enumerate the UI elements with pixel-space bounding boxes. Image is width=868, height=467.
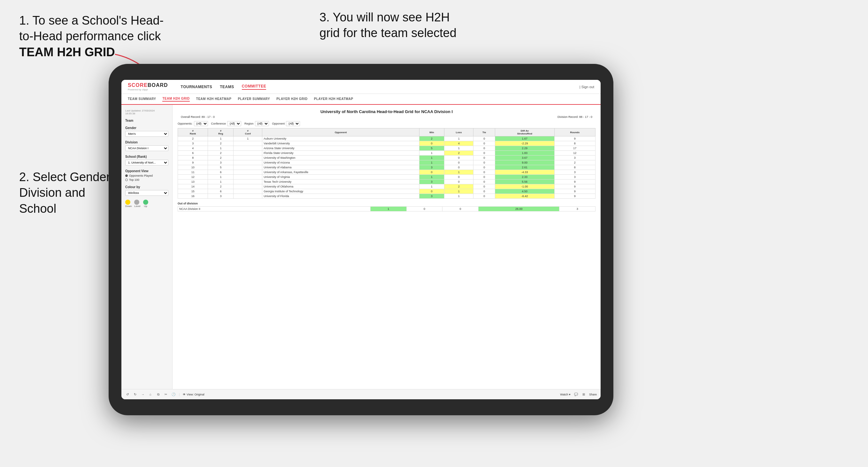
sidebar-team: Team xyxy=(125,119,168,122)
cell-tie: 0 xyxy=(473,141,495,146)
cell-tie: 0 xyxy=(473,175,495,180)
sub-nav-team-h2h-heatmap[interactable]: TEAM H2H HEATMAP xyxy=(196,97,231,101)
cell-diff: 9.00 xyxy=(495,160,554,165)
view-original-btn[interactable]: 👁 View: Original xyxy=(183,393,204,396)
cell-rank: 11 xyxy=(178,170,208,175)
cell-rank: 14 xyxy=(178,184,208,189)
school-select[interactable]: 1. University of Nort... xyxy=(125,160,168,165)
tablet-frame: SCOREBOARD Powered by clippi TOURNAMENTS… xyxy=(108,64,613,415)
out-division-win: 1 xyxy=(371,207,407,212)
sub-nav-player-summary[interactable]: PLAYER SUMMARY xyxy=(238,97,270,101)
radio-top-100[interactable]: Top 100 xyxy=(125,178,168,181)
col-diff: Diff AvStrokes/Rnd xyxy=(495,128,554,136)
filter-conference: Conference (All) xyxy=(211,121,242,126)
cell-loss: 0 xyxy=(444,165,473,170)
filter-conference-select[interactable]: (All) xyxy=(227,121,241,126)
sub-nav-player-h2h-grid[interactable]: PLAYER H2H GRID xyxy=(276,97,308,101)
bottom-bar: ↺ ↻ → ⌂ ⧉ ✂ 🕐 | 👁 View: Original Watch ▾… xyxy=(121,389,600,399)
sub-nav-team-summary[interactable]: TEAM SUMMARY xyxy=(128,97,156,101)
cell-loss: 1 xyxy=(444,170,473,175)
cell-diff: 2.29 xyxy=(495,146,554,151)
redo-icon[interactable]: ↻ xyxy=(133,392,137,397)
last-updated: Last Updated: 27/03/2024 16:55:38 xyxy=(125,109,168,115)
crop-icon[interactable]: ✂ xyxy=(163,392,168,397)
table-row: 16 3 University of Florida 3 1 0 -6.42 9 xyxy=(178,194,595,199)
filter-opponents-select[interactable]: (All) xyxy=(194,121,208,126)
cell-diff: 1.67 xyxy=(495,136,554,141)
cell-diff: -6.42 xyxy=(495,194,554,199)
cell-reg: 2 xyxy=(208,151,234,156)
cell-rounds: 9 xyxy=(554,180,595,184)
clock-icon[interactable]: 🕐 xyxy=(171,392,176,397)
colour-select[interactable]: Win/loss xyxy=(125,190,168,196)
cell-diff: 2.33 xyxy=(495,175,554,180)
copy-icon[interactable]: ⧉ xyxy=(156,392,160,397)
main-content: Last Updated: 27/03/2024 16:55:38 Team G… xyxy=(121,105,600,389)
grid-icon[interactable]: ⊞ xyxy=(582,392,586,397)
comment-icon[interactable]: 💬 xyxy=(574,392,578,397)
cell-reg: 1 xyxy=(208,146,234,151)
cell-loss: 2 xyxy=(444,151,473,156)
cell-opponent: University of Arkansas, Fayetteville xyxy=(262,170,419,175)
cell-reg: 2 xyxy=(208,156,234,160)
radio-opponents-played[interactable]: Opponents Played xyxy=(125,174,168,177)
table-row: 6 2 Florida State University 1 2 0 1.83 … xyxy=(178,151,595,156)
cell-rank: 4 xyxy=(178,146,208,151)
cell-diff: 5.56 xyxy=(495,180,554,184)
cell-rank: 3 xyxy=(178,141,208,146)
cell-rank: 9 xyxy=(178,160,208,165)
cell-rounds: 9 xyxy=(554,189,595,194)
cell-loss: 0 xyxy=(444,160,473,165)
sub-nav-player-h2h-heatmap[interactable]: PLAYER H2H HEATMAP xyxy=(314,97,353,101)
forward-icon[interactable]: → xyxy=(141,392,145,397)
sign-out[interactable]: | Sign out xyxy=(580,85,594,89)
cell-rounds: 9 xyxy=(554,194,595,199)
cell-tie: 0 xyxy=(473,151,495,156)
cell-diff: -1.00 xyxy=(495,184,554,189)
nav-tournaments[interactable]: TOURNAMENTS xyxy=(181,85,212,89)
cell-conf xyxy=(234,189,262,194)
cell-conf xyxy=(234,170,262,175)
cell-opponent: Texas Tech University xyxy=(262,180,419,184)
filter-region-select[interactable]: (All) xyxy=(255,121,269,126)
cell-opponent: University of Oklahoma xyxy=(262,184,419,189)
col-win: Win xyxy=(419,128,444,136)
cell-tie: 0 xyxy=(473,194,495,199)
table-row: 12 1 University of Virginia 1 0 0 2.33 3 xyxy=(178,175,595,180)
division-select[interactable]: NCAA Division I xyxy=(125,145,168,151)
gender-select[interactable]: Men's xyxy=(125,131,168,137)
cell-diff: 1.83 xyxy=(495,151,554,156)
share-btn[interactable]: Share xyxy=(589,393,597,396)
nav-committee[interactable]: COMMITTEE xyxy=(242,84,267,90)
cell-opponent: University of Washington xyxy=(262,156,419,160)
watch-btn[interactable]: Watch ▾ xyxy=(560,393,570,396)
undo-icon[interactable]: ↺ xyxy=(125,392,130,397)
cell-loss: 2 xyxy=(444,184,473,189)
cell-reg: 2 xyxy=(208,184,234,189)
h2h-table: #Rank #Reg #Conf Opponent Win Loss Tie D… xyxy=(178,128,595,199)
col-conf: #Conf xyxy=(234,128,262,136)
filter-opponent-select[interactable]: (All) xyxy=(286,121,300,126)
cell-win: 1 xyxy=(419,175,444,180)
nav-teams[interactable]: TEAMS xyxy=(220,85,234,89)
cell-tie: 0 xyxy=(473,189,495,194)
cell-win: 0 xyxy=(419,170,444,175)
filter-opponent: Opponent (All) xyxy=(272,121,300,126)
out-division-tie: 0 xyxy=(442,207,478,212)
home-icon[interactable]: ⌂ xyxy=(148,392,153,397)
table-header-row: #Rank #Reg #Conf Opponent Win Loss Tie D… xyxy=(178,128,595,136)
cell-diff: -4.33 xyxy=(495,170,554,175)
cell-reg: 1 xyxy=(208,175,234,180)
cell-win: 3 xyxy=(419,165,444,170)
cell-diff: 2.61 xyxy=(495,165,554,170)
cell-conf xyxy=(234,180,262,184)
cell-rounds: 3 xyxy=(554,175,595,180)
cell-reg: 2 xyxy=(208,141,234,146)
sidebar-colour-by: Colour by Win/loss xyxy=(125,185,168,196)
cell-rank: 8 xyxy=(178,156,208,160)
cell-tie: 0 xyxy=(473,170,495,175)
cell-win: 1 xyxy=(419,160,444,165)
cell-rounds: 17 xyxy=(554,146,595,151)
nav-bar: SCOREBOARD Powered by clippi TOURNAMENTS… xyxy=(121,80,600,94)
sub-nav-team-h2h-grid[interactable]: TEAM H2H GRID xyxy=(162,97,189,101)
